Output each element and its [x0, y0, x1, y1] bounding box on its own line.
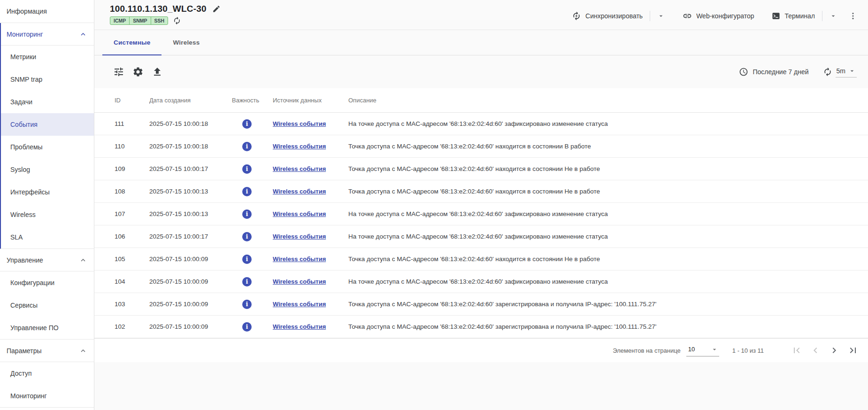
- event-date: 2025-07-15 10:00:18: [149, 120, 232, 127]
- info-severity-icon: i: [242, 232, 252, 241]
- terminal-dropdown-button[interactable]: [827, 12, 840, 20]
- event-severity: i: [232, 277, 273, 286]
- sidebar: ИнформацияМониторингМетрикиSNMP trapЗада…: [0, 0, 94, 410]
- filter-icon[interactable]: [113, 66, 124, 77]
- table-body: 1112025-07-15 10:00:18iWireless событияН…: [94, 113, 868, 338]
- column-header: Важность: [232, 97, 273, 104]
- event-date: 2025-07-15 10:00:09: [149, 255, 232, 263]
- event-description: Точка доступа с MAC-адресом '68:13:e2:02…: [348, 301, 857, 308]
- synchronize-button[interactable]: Синхронизировать: [569, 11, 645, 21]
- sync-play-icon: [572, 11, 581, 21]
- event-id: 104: [115, 278, 149, 285]
- sidebar-section-header[interactable]: Параметры: [0, 340, 94, 362]
- event-source-link[interactable]: Wireless события: [273, 233, 326, 240]
- refresh-interval-select[interactable]: 5m: [836, 66, 857, 77]
- sidebar-section-header[interactable]: Мониторинг: [1, 23, 94, 46]
- synchronize-dropdown-button[interactable]: [654, 12, 668, 20]
- event-severity: i: [232, 164, 273, 174]
- pagination-range: 1 - 10 из 11: [732, 347, 764, 354]
- sidebar-item-label: Сервисы: [10, 302, 38, 309]
- info-severity-icon: i: [242, 119, 252, 129]
- sidebar-item[interactable]: Задачи: [1, 91, 94, 113]
- sidebar-section-header[interactable]: Управление: [0, 249, 94, 271]
- sidebar-item[interactable]: SLA: [1, 226, 94, 248]
- sidebar-item[interactable]: Сервисы: [0, 294, 94, 317]
- web-configurator-button[interactable]: Web-конфигуратор: [680, 11, 757, 21]
- sidebar-item[interactable]: Мониторинг: [0, 385, 94, 407]
- settings-icon[interactable]: [132, 66, 144, 77]
- events-table: IDДата созданияВажностьИсточник данныхОп…: [94, 88, 868, 362]
- sidebar-item[interactable]: Конфигурации: [0, 271, 94, 294]
- more-menu-button[interactable]: [848, 11, 858, 21]
- sidebar-item[interactable]: Информация: [0, 0, 94, 23]
- tab-label: Системные: [114, 39, 150, 46]
- event-source-link[interactable]: Wireless события: [273, 165, 326, 172]
- terminal-button[interactable]: Терминал: [768, 11, 818, 21]
- sidebar-group: МониторингМетрикиSNMP trapЗадачиСобытияП…: [0, 23, 94, 249]
- event-severity: i: [232, 142, 273, 151]
- event-row: 1062025-07-15 10:00:17iWireless событияН…: [94, 225, 868, 248]
- export-icon[interactable]: [152, 66, 163, 77]
- info-severity-icon: i: [242, 300, 252, 309]
- event-id: 106: [115, 233, 149, 240]
- event-severity: i: [232, 255, 273, 264]
- event-id: 103: [115, 301, 149, 308]
- sidebar-item[interactable]: Управление ПО: [0, 317, 94, 339]
- sidebar-item[interactable]: Метрики: [1, 46, 94, 68]
- event-date: 2025-07-15 10:00:09: [149, 278, 232, 285]
- sidebar-item[interactable]: Wireless: [1, 203, 94, 226]
- event-source-link[interactable]: Wireless события: [273, 323, 326, 330]
- sidebar-item[interactable]: Syslog: [1, 158, 94, 181]
- sidebar-item[interactable]: Доступ: [0, 362, 94, 385]
- info-severity-icon: i: [242, 277, 252, 286]
- event-description: Точка доступа с MAC-адресом '68:13:e2:02…: [348, 143, 857, 150]
- edit-icon[interactable]: [212, 5, 221, 13]
- event-row: 1112025-07-15 10:00:18iWireless событияН…: [94, 113, 868, 135]
- time-range-label: Последние 7 дней: [753, 68, 808, 76]
- event-source-link[interactable]: Wireless события: [273, 278, 326, 285]
- sidebar-item[interactable]: События: [1, 113, 94, 136]
- event-source-link[interactable]: Wireless события: [273, 210, 326, 217]
- sidebar-item[interactable]: Интерфейсы: [1, 181, 94, 203]
- event-source: Wireless события: [273, 301, 348, 308]
- items-per-page-select[interactable]: 10: [686, 345, 719, 356]
- last-page-button[interactable]: [847, 345, 859, 356]
- event-severity: i: [232, 232, 273, 241]
- next-page-button[interactable]: [829, 345, 840, 356]
- event-source-link[interactable]: Wireless события: [273, 143, 326, 150]
- event-severity: i: [232, 209, 273, 219]
- event-id: 110: [115, 143, 149, 150]
- time-range-button[interactable]: Последние 7 дней: [739, 67, 808, 77]
- info-severity-icon: i: [242, 142, 252, 151]
- event-source-link[interactable]: Wireless события: [273, 188, 326, 195]
- sidebar-item-label: Информация: [7, 8, 47, 15]
- event-row: 1032025-07-15 10:00:09iWireless событияТ…: [94, 293, 868, 316]
- event-source-link[interactable]: Wireless события: [273, 301, 326, 308]
- protocol-badge: SNMP: [129, 16, 151, 25]
- sidebar-item-label: SLA: [10, 233, 23, 241]
- event-row: 1042025-07-15 10:00:09iWireless событияН…: [94, 271, 868, 293]
- event-date: 2025-07-15 10:00:17: [149, 165, 232, 172]
- first-page-button[interactable]: [791, 345, 802, 356]
- previous-page-button[interactable]: [810, 345, 821, 356]
- pagination-bar: Элементов на странице 10 1 - 10 из 11: [94, 338, 868, 362]
- sidebar-item-label: Доступ: [10, 370, 32, 377]
- event-source-link[interactable]: Wireless события: [273, 255, 326, 263]
- event-source: Wireless события: [273, 188, 348, 195]
- event-severity: i: [232, 119, 273, 129]
- sidebar-section-label: Мониторинг: [7, 31, 43, 38]
- event-source: Wireless события: [273, 165, 348, 172]
- sidebar-item[interactable]: SNMP trap: [1, 68, 94, 91]
- sync-status-icon[interactable]: [173, 16, 181, 25]
- tab-active[interactable]: Системные: [102, 30, 161, 55]
- terminal-label: Терминал: [785, 12, 815, 20]
- sidebar-item[interactable]: Проблемы: [1, 136, 94, 158]
- tab-label: Wireless: [173, 39, 200, 46]
- event-source-link[interactable]: Wireless события: [273, 120, 326, 127]
- tab-inactive[interactable]: Wireless: [161, 30, 211, 55]
- page-title: 100.110.1.130_WLC-30: [110, 4, 207, 14]
- event-description: Точка доступа с MAC-адресом '68:13:e2:02…: [348, 188, 857, 195]
- refresh-icon[interactable]: [823, 67, 832, 77]
- events-toolbar: Последние 7 дней 5m: [94, 55, 868, 88]
- sidebar-section-label: Управление: [7, 256, 43, 264]
